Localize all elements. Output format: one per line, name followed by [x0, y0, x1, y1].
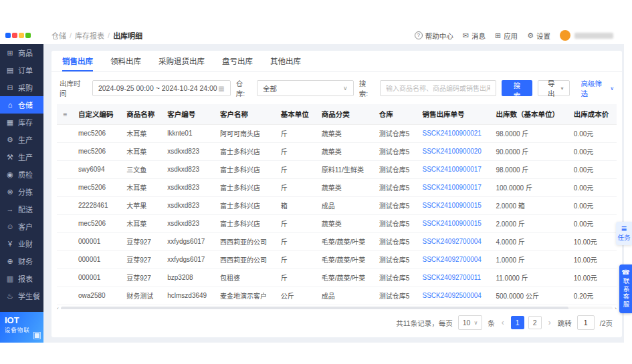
order-number-link[interactable]: SSCK24100900021: [417, 124, 490, 142]
scroll-right-icon[interactable]: ›: [615, 305, 617, 309]
table-row[interactable]: 000001豆芽927bzp3208包租婆斤毛菜/蔬菜/叶菜测试仓库5SSCK2…: [57, 268, 617, 287]
prev-page-button[interactable]: ‹: [500, 318, 506, 327]
table-row[interactable]: owa2580财务测试hclmszd3649麦金地演示客户公斤成品测试仓库5SS…: [57, 287, 617, 305]
tab-采购退货出库[interactable]: 采购退货出库: [159, 51, 205, 71]
table-cell: mec5206: [73, 124, 121, 142]
warehouse-icon: ⌂: [6, 101, 14, 109]
user-name-masked: [574, 33, 613, 39]
export-button-label: 导出: [544, 78, 558, 98]
outbound-table: ≡自定义编码商品名称客户编号客户名称基本单位商品分类仓库销售出库单号出库数（基本…: [57, 104, 617, 305]
sidebar-item-学生餐[interactable]: ♨学生餐: [0, 287, 43, 305]
order-number-link[interactable]: SSCK24100900015: [417, 196, 490, 214]
table-cell: 原料11/生鲜类: [316, 160, 374, 178]
table-row[interactable]: 000001豆芽927xxfydgs6017西西莉亚的公司斤毛菜/蔬菜/叶菜测试…: [57, 250, 617, 268]
table-cell: 西西莉亚的公司: [215, 250, 276, 268]
page-size-select[interactable]: 10 ∨: [458, 315, 483, 330]
order-number-link[interactable]: SSCK24092700004: [417, 232, 490, 250]
table-cell: 公斤: [276, 287, 316, 305]
breadcrumb-item[interactable]: 库存报表: [75, 30, 104, 41]
sidebar-item-报表[interactable]: ▥报表: [0, 270, 43, 287]
settings-menu-item[interactable]: ⚙设置: [527, 31, 550, 41]
sidebar-item-仓储[interactable]: ⌂仓储: [0, 96, 43, 114]
sidebar-item-生产[interactable]: ⚙生产: [0, 131, 43, 148]
page-button-2[interactable]: 2: [528, 316, 542, 329]
order-number-link[interactable]: SSCK24100900015: [417, 214, 490, 232]
order-number-link[interactable]: SSCK24100900017: [417, 178, 490, 196]
search-button[interactable]: 搜索: [502, 80, 532, 96]
column-header[interactable]: 仓库: [374, 104, 417, 124]
column-header[interactable]: 商品名称: [121, 104, 162, 124]
sidebar-item-分拣[interactable]: ⊗分拣: [0, 183, 43, 200]
column-header[interactable]: 客户名称: [215, 104, 276, 124]
sidebar-item-业财[interactable]: ¥业财: [0, 235, 43, 252]
iot-title: IOT: [5, 316, 39, 325]
h-scrollbar[interactable]: ‹ ›: [57, 305, 617, 310]
message-menu-item[interactable]: ✉消息: [463, 31, 486, 41]
sidebar-item-配送[interactable]: →配送: [0, 200, 43, 218]
order-number-link[interactable]: SSCK24092700004: [417, 250, 490, 268]
sidebar-item-客户[interactable]: ☺客户: [0, 218, 43, 235]
column-settings-icon[interactable]: ≡: [57, 104, 73, 124]
orders-icon: ▤: [6, 66, 14, 75]
sidebar-item-label: 生产: [18, 134, 33, 145]
date-range-input[interactable]: 2024-09-25 00:00 ~ 2024-10-24 24:00 ▦: [92, 80, 231, 96]
table-cell: 毛菜/蔬菜/叶菜: [316, 250, 374, 268]
column-header[interactable]: 客户编号: [162, 104, 215, 124]
sidebar-item-生产[interactable]: ⚒生产: [0, 148, 43, 166]
table-row[interactable]: mec5206木耳菜xsdkxd823富士多科兴店斤蔬菜类测试仓库5SSCK24…: [57, 178, 617, 196]
scroll-thumb[interactable]: [61, 307, 568, 309]
sidebar-item-质检[interactable]: ◉质检: [0, 166, 43, 183]
tab-销售出库[interactable]: 销售出库: [62, 51, 93, 71]
page-buttons: 12: [511, 316, 542, 329]
column-header[interactable]: 出库成本价: [568, 104, 617, 124]
table-cell: 测试仓库5: [374, 268, 417, 287]
table-row[interactable]: 000001豆芽927xxfydgs6017西西莉亚的公司斤毛菜/蔬菜/叶菜测试…: [57, 232, 617, 250]
next-page-button[interactable]: ›: [547, 318, 552, 327]
breadcrumb-item[interactable]: 仓储: [51, 30, 66, 41]
column-header[interactable]: 商品分类: [316, 104, 374, 124]
search-input[interactable]: [380, 80, 496, 96]
apps-menu-item[interactable]: ⊞应用: [495, 31, 518, 41]
sidebar-item-订单[interactable]: ▤订单: [0, 61, 43, 79]
app-logo[interactable]: [0, 33, 43, 38]
table-row[interactable]: mec5206木耳菜xsdkxd823富士多科兴店斤蔬菜类测试仓库5SSCK24…: [57, 142, 617, 160]
tab-盘亏出库[interactable]: 盘亏出库: [222, 51, 253, 71]
table-cell: 测试仓库5: [374, 214, 417, 232]
jump-page-input[interactable]: [577, 315, 595, 330]
table-cell: 斤: [276, 178, 316, 196]
column-header[interactable]: 自定义编码: [73, 104, 121, 124]
tab-其他出库[interactable]: 其他出库: [270, 51, 301, 71]
export-button[interactable]: 导出 ▾: [538, 80, 570, 96]
inventory-icon: ▦: [6, 118, 14, 127]
table-cell: 斤: [276, 124, 316, 142]
order-number-link[interactable]: SSCK24100900017: [417, 160, 490, 178]
tab-领料出库[interactable]: 领料出库: [110, 51, 141, 71]
column-header[interactable]: 基本单位: [276, 104, 316, 124]
sidebar-item-库存[interactable]: ▦库存: [0, 114, 43, 131]
table-row[interactable]: 22228461大苹果xsdkxd823富士多科兴店箱成品测试仓库5SSCK24…: [57, 196, 617, 214]
user-menu[interactable]: [560, 30, 613, 41]
logo-tile: [12, 33, 17, 38]
table-row[interactable]: swy6094三文鱼xsdkxd823富士多科兴店斤原料11/生鲜类测试仓库5S…: [57, 160, 617, 178]
order-number-link[interactable]: SSCK24100900020: [417, 142, 490, 160]
warehouse-select[interactable]: 全部 ∨: [257, 80, 354, 96]
jump-label: 跳转: [558, 318, 572, 328]
sidebar-item-商品[interactable]: ⊞商品: [0, 44, 43, 61]
order-number-link[interactable]: SSCK24092700011: [417, 268, 490, 287]
scroll-left-icon[interactable]: ‹: [57, 305, 59, 309]
table-cell: 测试仓库5: [374, 287, 417, 305]
order-number-link[interactable]: SSCK24092500004: [417, 287, 490, 305]
table-row[interactable]: mec5206木耳菜xsdkxd823富士多科兴店斤蔬菜类测试仓库5SSCK24…: [57, 214, 617, 232]
page-button-1[interactable]: 1: [511, 316, 524, 329]
task-float-button[interactable]: ≣ 任务: [616, 222, 632, 245]
iot-banner[interactable]: IOT 设备物联 ▣: [0, 312, 43, 343]
customer-service-float-button[interactable]: ☎ 联系客服: [619, 264, 632, 313]
table-row[interactable]: mec5206木耳菜lkknte01阿可可南头店斤蔬菜类测试仓库5SSCK241…: [57, 124, 617, 142]
column-header[interactable]: 销售出库单号: [417, 104, 490, 124]
scroll-track[interactable]: [61, 307, 613, 309]
column-header[interactable]: 出库数（基本单位）: [490, 104, 568, 124]
sidebar-item-财务[interactable]: ⊕财务: [0, 252, 43, 270]
sidebar-item-采购[interactable]: ⊟采购: [0, 79, 43, 96]
help-menu-item[interactable]: ?帮助中心: [415, 31, 453, 41]
advanced-filter-toggle[interactable]: 高级筛选 ∨: [581, 78, 614, 98]
